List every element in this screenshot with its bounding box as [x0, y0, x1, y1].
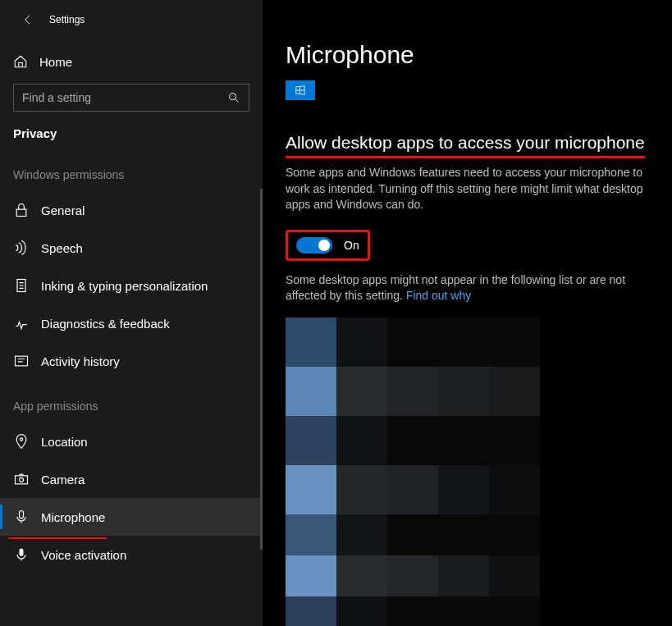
sidebar-item-diagnostics[interactable]: Diagnostics & feedback: [0, 304, 263, 342]
section-heading: Allow desktop apps to access your microp…: [286, 133, 647, 158]
sidebar-item-label: Microphone: [41, 510, 105, 524]
sidebar-item-label: Activity history: [41, 354, 120, 368]
sidebar-item-inking[interactable]: Inking & typing personalization: [0, 267, 263, 304]
followup-text: Some desktop apps might not appear in th…: [286, 272, 647, 304]
sidebar-item-activity-history[interactable]: Activity history: [0, 342, 263, 380]
svg-rect-7: [20, 511, 24, 519]
svg-point-4: [20, 438, 22, 441]
arrow-left-icon: [21, 13, 34, 26]
microphone-icon: [13, 509, 30, 525]
camera-icon: [13, 471, 30, 487]
sidebar-item-label: Voice activation: [41, 548, 126, 562]
sidebar: Settings Home Privacy Windows permission…: [0, 0, 263, 626]
sidebar-item-label: Inking & typing personalization: [41, 279, 208, 293]
svg-point-0: [230, 94, 236, 100]
svg-point-6: [20, 477, 24, 482]
toggle-row: On: [286, 230, 647, 261]
search-box[interactable]: [13, 84, 249, 112]
back-button[interactable]: [13, 8, 43, 31]
sidebar-item-speech[interactable]: Speech: [0, 229, 263, 267]
toggle-knob: [318, 240, 330, 251]
speech-icon: [13, 240, 30, 256]
sidebar-item-home[interactable]: Home: [0, 46, 263, 77]
sidebar-item-label: Diagnostics & feedback: [41, 317, 170, 331]
window-title: Settings: [49, 14, 85, 25]
section-heading-text: Allow desktop apps to access your microp…: [286, 133, 645, 158]
main-panel: Microphone Allow desktop apps to access …: [263, 0, 672, 626]
sidebar-item-label: Location: [41, 435, 88, 449]
sidebar-item-voice-activation[interactable]: Voice activation: [0, 536, 263, 573]
section-description: Some apps and Windows features need to a…: [286, 165, 647, 213]
clipboard-icon: [13, 277, 30, 294]
sidebar-scroll[interactable]: Windows permissions General Speech Inkin…: [0, 149, 263, 626]
sidebar-current-category: Privacy: [0, 112, 263, 149]
highlight-box: On: [286, 230, 370, 261]
find-out-why-link[interactable]: Find out why: [406, 289, 471, 302]
voice-activation-icon: [13, 546, 30, 563]
desktop-apps-microphone-toggle[interactable]: [296, 237, 332, 254]
lock-icon: [13, 202, 30, 218]
page-title: Microphone: [286, 41, 647, 69]
windows-icon: [293, 85, 308, 96]
sidebar-item-general[interactable]: General: [0, 191, 263, 229]
home-icon: [13, 54, 28, 69]
sidebar-group-title: App permissions: [0, 380, 263, 423]
svg-rect-1: [16, 209, 26, 216]
svg-rect-3: [16, 356, 28, 366]
sidebar-item-location[interactable]: Location: [0, 423, 263, 460]
search-icon: [227, 91, 240, 104]
sidebar-item-label: Home: [39, 55, 72, 69]
sidebar-item-label: General: [41, 203, 85, 217]
svg-rect-5: [16, 476, 28, 484]
titlebar: Settings: [0, 0, 263, 31]
svg-rect-8: [20, 549, 24, 556]
sidebar-group-title: Windows permissions: [0, 149, 263, 191]
history-icon: [13, 353, 30, 369]
search-container: [0, 84, 263, 112]
location-icon: [13, 433, 30, 450]
diagnostics-icon: [13, 315, 30, 331]
toggle-state-label: On: [344, 239, 359, 252]
sidebar-item-label: Speech: [41, 241, 83, 255]
sidebar-item-label: Camera: [41, 473, 85, 487]
sidebar-item-camera[interactable]: Camera: [0, 460, 263, 498]
sidebar-item-microphone[interactable]: Microphone: [0, 498, 263, 536]
app-list-redacted: [286, 318, 540, 626]
app-chip: [286, 80, 315, 100]
search-input[interactable]: [22, 91, 227, 104]
